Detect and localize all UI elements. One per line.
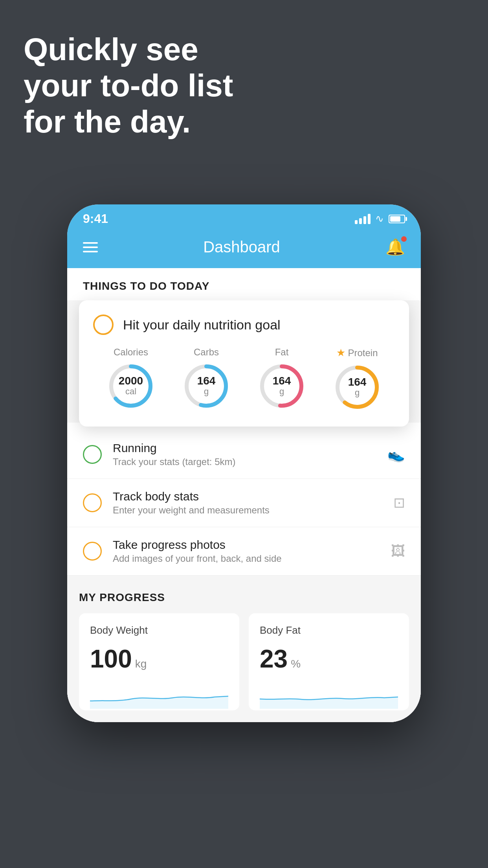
status-time: 9:41 [83,211,108,226]
phone-content: THINGS TO DO TODAY Hit your daily nutrit… [67,268,421,722]
body-fat-sparkline [260,685,398,709]
status-icons: ∿ [355,213,405,225]
fat-unit: g [273,386,291,397]
todo-item-body-stats[interactable]: Track body stats Enter your weight and m… [67,479,421,527]
carbs-value: 164 [197,375,216,386]
body-weight-sparkline [90,685,228,709]
photo-icon: 🖼 [391,543,405,559]
calories-ring-container: 2000 cal [107,362,154,410]
protein-value-container: 164 g [348,377,367,398]
signal-icon [355,214,371,224]
calories-label: Calories [114,347,148,358]
todo-text-body-stats: Track body stats Enter your weight and m… [113,490,382,516]
protein-value: 164 [348,377,367,388]
carbs-ring-container: 164 g [183,362,230,410]
todo-list: Running Track your stats (target: 5km) 👟… [67,423,421,576]
todo-circle-progress-photos [83,542,102,561]
protein-label: Protein [348,348,378,359]
progress-cards: Body Weight 100 kg Body Fat 23 % [79,613,409,710]
calories-unit: cal [119,386,143,397]
body-weight-title: Body Weight [90,624,228,636]
todo-item-progress-photos[interactable]: Take progress photos Add images of your … [67,527,421,576]
todo-title-progress-photos: Take progress photos [113,538,380,552]
todo-text-progress-photos: Take progress photos Add images of your … [113,538,380,564]
star-icon: ★ [336,347,345,359]
body-weight-unit: kg [135,658,147,670]
todo-circle-body-stats [83,493,102,512]
body-fat-title: Body Fat [260,624,398,636]
calories-ring: Calories 2000 cal [107,347,154,410]
nutrition-check-circle[interactable] [93,314,114,335]
notification-badge [401,236,407,242]
fat-value-container: 164 g [273,375,291,397]
fat-ring-container: 164 g [258,362,305,410]
body-weight-card[interactable]: Body Weight 100 kg [79,613,239,710]
calories-value-container: 2000 cal [119,375,143,397]
hero-headline: Quickly see your to-do list for the day. [24,31,233,140]
todo-title-running: Running [113,441,376,455]
carbs-ring: Carbs 164 g [183,347,230,410]
fat-ring: Fat 164 g [258,347,305,410]
carbs-value-container: 164 g [197,375,216,397]
phone-mockup: 9:41 ∿ Dashboard 🔔 THINGS TO DO TODAY [67,204,421,722]
fat-value: 164 [273,375,291,386]
header-title: Dashboard [203,238,280,256]
status-bar: 9:41 ∿ [67,204,421,230]
body-fat-unit: % [291,658,301,670]
wifi-icon: ∿ [375,213,384,225]
todo-title-body-stats: Track body stats [113,490,382,503]
calories-value: 2000 [119,375,143,386]
menu-button[interactable] [83,242,98,252]
battery-icon [389,215,405,223]
fat-label: Fat [275,347,289,358]
nutrition-card: Hit your daily nutrition goal Calories 2… [79,300,409,427]
nutrition-card-title: Hit your daily nutrition goal [123,317,281,333]
progress-section-title: MY PROGRESS [79,591,409,604]
todo-text-running: Running Track your stats (target: 5km) [113,441,376,467]
scale-icon: ⊡ [393,495,405,511]
nutrition-card-header: Hit your daily nutrition goal [93,314,395,335]
notification-bell[interactable]: 🔔 [385,238,405,256]
carbs-label: Carbs [194,347,219,358]
protein-ring-container: 164 g [334,364,381,411]
todo-subtitle-progress-photos: Add images of your front, back, and side [113,553,380,564]
protein-unit: g [348,388,367,398]
nutrition-rings: Calories 2000 cal Carbs [93,347,395,411]
body-fat-number: 23 [260,644,288,673]
body-fat-value-container: 23 % [260,644,398,673]
body-weight-value-container: 100 kg [90,644,228,673]
protein-ring: ★ Protein 164 g [334,347,381,411]
todo-circle-running [83,445,102,464]
protein-label-container: ★ Protein [336,347,378,359]
todo-subtitle-body-stats: Enter your weight and measurements [113,505,382,516]
body-weight-number: 100 [90,644,132,673]
carbs-unit: g [197,386,216,397]
app-header: Dashboard 🔔 [67,230,421,268]
todo-item-running[interactable]: Running Track your stats (target: 5km) 👟 [67,430,421,479]
body-fat-card[interactable]: Body Fat 23 % [249,613,409,710]
todo-subtitle-running: Track your stats (target: 5km) [113,456,376,467]
things-today-header: THINGS TO DO TODAY [67,268,421,300]
progress-section: MY PROGRESS Body Weight 100 kg B [67,576,421,722]
running-icon: 👟 [387,446,405,463]
